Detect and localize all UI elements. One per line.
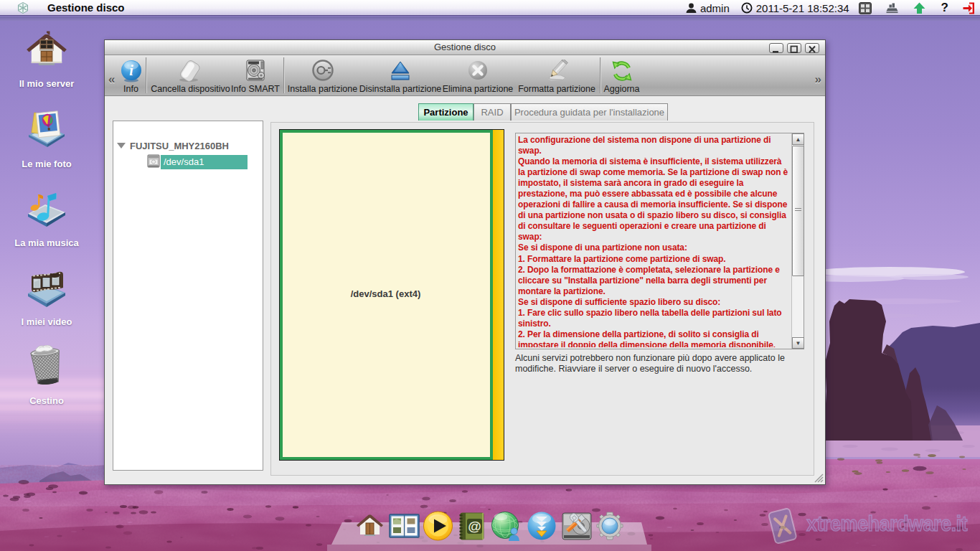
svg-text:i: i (129, 62, 133, 78)
svg-text:@: @ (468, 519, 481, 534)
